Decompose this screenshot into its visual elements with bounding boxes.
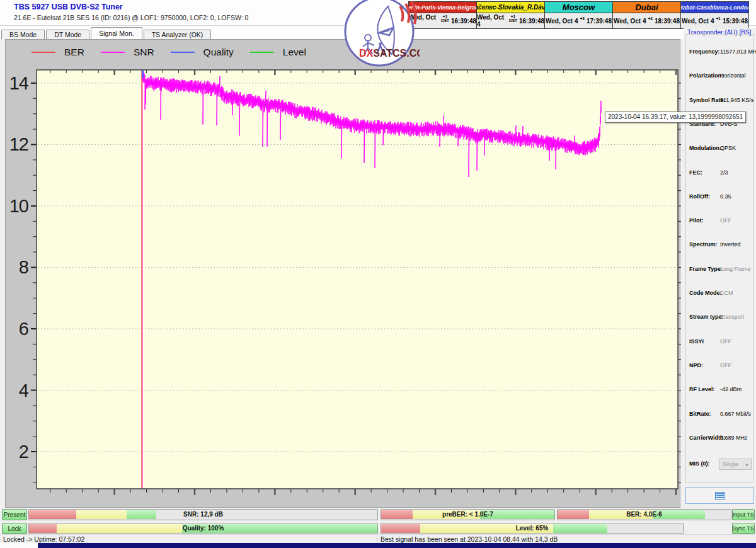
field-label: RF Level: bbox=[689, 386, 715, 392]
clock-city: Rabat-Casablanca-London bbox=[681, 2, 748, 13]
transponder-subtitle: 21.6E - Eutelsat 21B SES 16 (ID: 0216) @… bbox=[14, 14, 248, 21]
legend-line-sample bbox=[101, 52, 125, 53]
transponder-row: Frame Type:Long Frame bbox=[686, 266, 755, 275]
tab-bs-mode[interactable]: BS Mode bbox=[1, 30, 45, 39]
field-value: QPSK bbox=[720, 145, 736, 151]
field-label: MIS (0): bbox=[689, 460, 710, 467]
legend-item-ber: BER bbox=[32, 47, 84, 58]
clock-time: Wed, Oct 4+115:39:48 bbox=[681, 13, 748, 28]
clock-time: Wed, Oct 4+418:39:48 bbox=[613, 13, 680, 28]
field-value: Long Frame bbox=[720, 266, 751, 272]
svg-text:10: 10 bbox=[9, 196, 28, 216]
legend-line-sample bbox=[32, 52, 55, 53]
field-label: ISSYI bbox=[689, 338, 704, 345]
lock-uptime-status: Locked -> Uptime: 07:57:02 bbox=[3, 535, 84, 543]
transponder-row: RF Level:-42 dBm bbox=[686, 386, 755, 395]
chart-tooltip: 2023-10-04 16.39.17, value: 13,199999809… bbox=[605, 111, 746, 123]
field-value: Inverted bbox=[720, 241, 741, 248]
field-label: Pilot: bbox=[689, 217, 704, 224]
transponder-row: Spectrum:Inverted bbox=[686, 241, 755, 250]
field-label: Code Mode: bbox=[689, 290, 722, 296]
field-label: NPD: bbox=[689, 362, 703, 368]
field-label: BitRate: bbox=[689, 411, 711, 417]
field-value: 511,945 KS/s bbox=[720, 97, 753, 103]
transponder-row: RollOff:0.35 bbox=[686, 193, 755, 202]
field-value: OFF bbox=[720, 217, 731, 224]
best-signal-status: Best signal has been seen at 2023-10-04 … bbox=[377, 535, 558, 543]
clock-time: Wed, Oct 4+1DST16:39:48 bbox=[477, 13, 544, 28]
field-label: Frequency: bbox=[689, 49, 720, 55]
clock-3: MoscowWed, Oct 4+317:39:48 bbox=[544, 1, 613, 29]
tab-signal-mon-[interactable]: Signal Mon. bbox=[91, 27, 142, 39]
field-value: OFF bbox=[720, 362, 731, 368]
clock-2: Lučenec-Slovakia_R.DávidWed, Oct 4+1DST1… bbox=[476, 1, 545, 29]
transponder-groupbox: Frequency:11577,013 MHzPolarization:Hori… bbox=[685, 34, 754, 482]
svg-text:2: 2 bbox=[19, 442, 28, 462]
transponder-row: BitRate:0,667 Mbit/s bbox=[686, 411, 755, 420]
clock-4: DubaiWed, Oct 4+418:39:48 bbox=[612, 1, 681, 29]
taskbar-edge bbox=[38, 543, 756, 548]
transponder-row: Frequency:11577,013 MHz bbox=[686, 49, 755, 57]
transponder-panel: Transponder (AU) [BS] Frequency:11577,01… bbox=[684, 28, 756, 509]
clock-city: Moscow bbox=[545, 2, 612, 13]
legend-label: BER bbox=[64, 47, 84, 58]
svg-text:6: 6 bbox=[19, 319, 28, 339]
field-label: Stream type: bbox=[689, 314, 724, 320]
mis-dropdown[interactable]: Single▼ bbox=[719, 459, 752, 470]
field-value: 2/3 bbox=[720, 169, 728, 176]
tab-ts-analyzer-ok-[interactable]: TS Analyzer (OK) bbox=[144, 30, 212, 39]
input-ts-button[interactable]: Input TS bbox=[732, 509, 755, 520]
legend-line-sample bbox=[171, 52, 195, 53]
statusbar: Locked -> Uptime: 07:57:02 Best signal h… bbox=[0, 534, 756, 543]
signal-monitor-chart[interactable]: BERSNRQualityLevel 2468101214 bbox=[5, 39, 680, 508]
transponder-row: Polarization:Horizontal bbox=[686, 72, 755, 81]
legend-item-level: Level bbox=[250, 47, 306, 58]
svg-text:4: 4 bbox=[19, 380, 29, 401]
field-label: Modulation: bbox=[689, 145, 721, 151]
field-label: FEC: bbox=[689, 169, 702, 176]
legend-item-snr: SNR bbox=[101, 47, 154, 58]
field-label: Frame Type: bbox=[689, 266, 723, 272]
present-indicator-button[interactable]: Present bbox=[2, 509, 27, 520]
transponder-row: ISSYIOFF bbox=[686, 338, 755, 347]
legend-label: Quality bbox=[203, 47, 234, 58]
tbs-tuner-window: TBS 5927 USB DVB-S2 Tuner 21.6E - Eutels… bbox=[0, 0, 756, 548]
field-value: Transport bbox=[720, 314, 744, 320]
field-value: 11577,013 MHz bbox=[720, 49, 756, 55]
field-value: 0,689 MHz bbox=[720, 435, 748, 441]
signal-waves-icon bbox=[400, 1, 416, 24]
clock-city: Dubai bbox=[613, 2, 680, 13]
meter-label: preBER: < 1.0E-7 bbox=[381, 511, 554, 518]
chart-plot[interactable]: 2468101214 bbox=[6, 40, 681, 508]
mis-row: MIS (0):Single▼ bbox=[686, 460, 755, 469]
field-value: Horizontal bbox=[720, 72, 746, 79]
tab-dt-mode[interactable]: DT Mode bbox=[46, 30, 89, 39]
legend-line-sample bbox=[250, 52, 274, 53]
clock-5: Rabat-Casablanca-LondonWed, Oct 4+115:39… bbox=[680, 1, 749, 29]
legend-label: SNR bbox=[134, 47, 154, 58]
bottom-strip bbox=[0, 543, 756, 548]
field-value: 0.35 bbox=[720, 193, 731, 200]
transponder-row: Stream type:Transport bbox=[686, 314, 755, 323]
mode-tabbar: BS ModeDT ModeSignal Mon.TS Analyzer (OK… bbox=[1, 29, 212, 39]
quality-meter: Quality: 100% bbox=[28, 523, 378, 534]
panel-button[interactable] bbox=[685, 487, 754, 504]
field-value: CCM bbox=[720, 290, 733, 296]
list-icon bbox=[715, 492, 725, 499]
world-clocks: Berlin-Paris-Vienna-BelgradeWed, Oct 4+1… bbox=[409, 1, 749, 29]
lock-indicator-button[interactable]: Lock bbox=[2, 523, 27, 534]
meter-label: Level: 65% bbox=[381, 525, 683, 532]
preber-meter: preBER: < 1.0E-7 bbox=[381, 509, 555, 520]
transponder-row: Pilot:OFF bbox=[686, 217, 755, 226]
chart-legend: BERSNRQualityLevel bbox=[32, 47, 323, 58]
legend-item-quality: Quality bbox=[171, 47, 234, 58]
transponder-row: Code Mode:CCM bbox=[686, 290, 755, 299]
sync-ts-button[interactable]: Sync TS bbox=[732, 523, 755, 534]
meter-label: Quality: 100% bbox=[29, 525, 377, 532]
svg-text:8: 8 bbox=[19, 257, 28, 277]
transponder-row: Modulation:QPSK bbox=[686, 145, 755, 154]
transponder-row: NPD:OFF bbox=[686, 362, 755, 371]
chevron-down-icon: ▼ bbox=[745, 463, 749, 467]
svg-text:14: 14 bbox=[9, 73, 29, 93]
app-title: TBS 5927 USB DVB-S2 Tuner bbox=[14, 3, 123, 11]
